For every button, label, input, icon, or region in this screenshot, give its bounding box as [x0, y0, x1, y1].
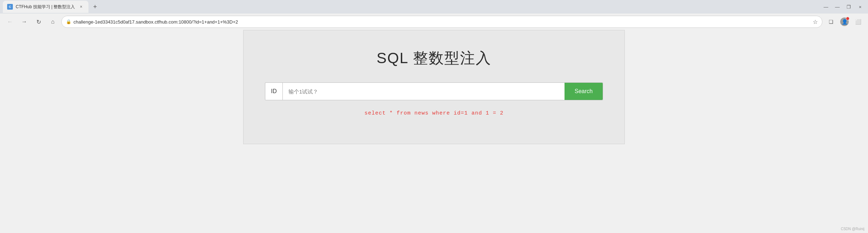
window-controls: — — ❐ ×	[821, 2, 865, 12]
notification-badge	[846, 17, 849, 20]
window-minimize-button[interactable]: —	[832, 2, 842, 12]
tab-favicon: C	[7, 4, 13, 10]
home-button[interactable]: ⌂	[47, 16, 58, 27]
tab-collapse-button[interactable]: —	[821, 2, 831, 12]
search-input[interactable]	[283, 83, 565, 100]
security-icon: 🔒	[66, 19, 71, 24]
address-bar-row: ← → ↻ ⌂ 🔒 ☆ ❏ 👤 ⬜	[0, 14, 868, 30]
page-title: SQL 整数型注入	[377, 48, 491, 68]
bookmark-icon[interactable]: ☆	[813, 19, 818, 25]
browser-chrome: C CTFHub 技能学习 | 整数型注入 × + — — ❐ × ← → ↻ …	[0, 0, 868, 30]
reload-button[interactable]: ↻	[33, 16, 44, 27]
tab-title: CTFHub 技能学习 | 整数型注入	[16, 4, 75, 10]
tab-close-button[interactable]: ×	[78, 4, 84, 10]
window-maximize-button[interactable]: ❐	[844, 2, 854, 12]
back-button[interactable]: ←	[4, 16, 16, 27]
browser-tab[interactable]: C CTFHub 技能学习 | 整数型注入 ×	[3, 1, 88, 13]
extensions-button[interactable]: ⬜	[852, 16, 864, 27]
window-close-button[interactable]: ×	[855, 2, 865, 12]
new-tab-button[interactable]: +	[90, 2, 100, 12]
address-bar[interactable]: 🔒 ☆	[61, 16, 822, 28]
account-button[interactable]: 👤	[839, 16, 850, 27]
main-card: SQL 整数型注入 ID Search select * from news w…	[243, 30, 625, 144]
watermark: CSDN @Ruinij	[841, 227, 864, 231]
browser-actions: ❏ 👤 ⬜	[825, 16, 864, 27]
page-content: SQL 整数型注入 ID Search select * from news w…	[0, 30, 868, 233]
search-button[interactable]: Search	[565, 83, 603, 100]
address-input[interactable]	[73, 19, 811, 25]
tab-bar: C CTFHub 技能学习 | 整数型注入 × + — — ❐ ×	[0, 0, 868, 14]
id-label: ID	[265, 83, 283, 100]
search-form: ID Search	[265, 82, 603, 100]
query-result: select * from news where id=1 and 1 = 2	[364, 110, 504, 116]
forward-button[interactable]: →	[19, 16, 30, 27]
pocket-icon[interactable]: ❏	[825, 16, 837, 27]
